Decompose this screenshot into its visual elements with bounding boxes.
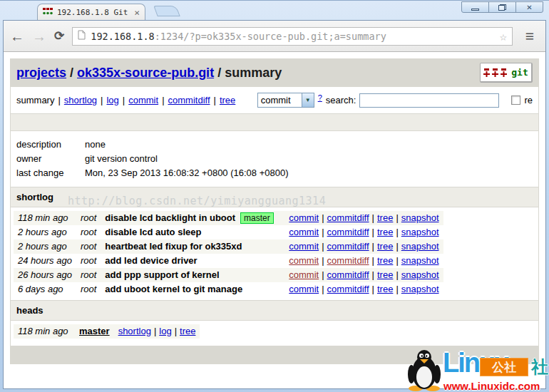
menu-icon[interactable]: ≡ [520,29,539,43]
commit-author: root [76,254,101,268]
table-row: 2 hours ago root disable lcd auto sleep … [14,225,443,239]
url-host: 192.168.1.8 [91,31,154,42]
heads-table: 118 min ago master shortlog|log|tree [14,324,200,339]
commitdiff-link[interactable]: commitdiff [327,269,369,280]
commit-link[interactable]: commit [289,241,319,252]
head-log-link[interactable]: log [159,326,171,336]
breadcrumb-projects-link[interactable]: projects [16,66,66,80]
commit-link[interactable]: commit [289,212,319,223]
git-logo-text: git [511,67,528,78]
commitdiff-link[interactable]: commitdiff [327,212,369,223]
commit-link[interactable]: commit [289,227,319,237]
forward-icon[interactable]: → [32,29,46,43]
commit-age: 2 hours ago [14,239,76,254]
page-icon [78,30,86,42]
head-branch-link[interactable]: master [79,326,110,336]
maximize-button[interactable] [488,1,516,13]
snapshot-link[interactable]: snapshot [401,227,439,237]
commitdiff-link[interactable]: commitdiff [327,227,369,237]
info-label: last change [16,166,85,180]
table-row: 2 hours ago root heartbeat led fixup for… [14,239,443,254]
project-info: descriptionnone ownergit version control… [11,131,538,187]
close-button[interactable]: ✕ [515,1,543,13]
nav-item-commitdiff[interactable]: commitdiff [168,95,210,105]
nav-item-log[interactable]: log [106,95,118,105]
titlebar[interactable]: 192.168.1.8 Git - ok335 × ✕ [0,0,549,20]
branch-tag[interactable]: master [240,212,274,224]
info-value: none [85,138,106,152]
snapshot-link[interactable]: snapshot [401,212,439,223]
commitdiff-link[interactable]: commitdiff [327,255,369,266]
info-label: description [16,138,85,152]
snapshot-link[interactable]: snapshot [401,269,439,280]
breadcrumb-current-page: summary [225,66,282,80]
head-shortlog-link[interactable]: shortlog [118,326,151,336]
commit-subject-link[interactable]: disable lcd backlight in uboot [105,212,235,223]
git-logo-button[interactable]: git [480,63,533,83]
commit-subject-link[interactable]: heartbeat led fixup for ok335xd [105,241,242,252]
browser-window: 192.168.1.8 Git - ok335 × ✕ ← → ⟳ 192.16… [0,0,549,392]
commit-link[interactable]: commit [289,255,319,266]
commit-link[interactable]: commit [289,284,319,294]
commit-subject-link[interactable]: add uboot kernel to git manage [105,284,242,294]
git-logo-tracks-icon [483,68,508,78]
commit-age: 2 hours ago [14,225,76,239]
tux-penguin-icon [406,349,443,391]
commit-link[interactable]: commit [289,269,319,280]
gitweb-page: projects / ok335x-source-pub.git / summa… [10,58,539,364]
tree-link[interactable]: tree [377,241,393,252]
breadcrumb-separator: / [70,66,73,80]
linuxidc-badge: 公社 [480,358,528,376]
commit-author: root [76,211,101,225]
snapshot-link[interactable]: snapshot [401,241,439,252]
tree-link[interactable]: tree [377,255,393,266]
commitdiff-link[interactable]: commitdiff [327,241,369,252]
commit-age: 24 hours ago [14,254,76,268]
snapshot-link[interactable]: snapshot [401,255,439,266]
search-help-link[interactable]: ? [318,93,322,102]
linuxidc-watermark: Linux 公社 社 www.Linuxidc.com [406,347,548,391]
url-text: 192.168.1.8:1234/?p=ok335x-source-pub.gi… [91,31,386,42]
tree-link[interactable]: tree [377,284,393,294]
url-path: :1234/?p=ok335x-source-pub.git;a=summary [155,31,386,42]
browser-tab[interactable]: 192.168.1.8 Git - ok335 × [37,4,145,20]
commit-subject-link[interactable]: disable lcd auto sleep [105,227,201,237]
nav-item-tree[interactable]: tree [220,95,235,105]
snapshot-link[interactable]: snapshot [401,284,439,294]
new-tab-button[interactable] [153,6,180,16]
branch-tag-link[interactable]: master [244,213,270,223]
tree-link[interactable]: tree [377,212,393,223]
heads-section-title[interactable]: heads [11,300,538,321]
tab-title: 192.168.1.8 Git - ok335 [57,8,130,17]
commitdiff-link[interactable]: commitdiff [327,284,369,294]
tree-link[interactable]: tree [377,227,393,237]
table-row: 118 min ago root disable lcd backlight i… [14,211,443,225]
search-form: commit ▼ ? search: re [257,93,533,108]
minimize-button[interactable] [461,1,489,13]
table-row: 26 hours ago root add ppp support of ker… [14,268,443,282]
breadcrumb-repo-link[interactable]: ok335x-source-pub.git [77,66,214,80]
bookmark-star-icon[interactable]: ☆ [500,29,507,43]
commit-subject-link[interactable]: add led device driver [105,255,197,266]
back-icon[interactable]: ← [10,29,24,43]
breadcrumb-separator: / [217,66,221,80]
reload-icon[interactable]: ⟳ [54,30,64,42]
tree-link[interactable]: tree [377,269,393,280]
table-row: 6 days ago root add uboot kernel to git … [14,282,443,296]
regexp-checkbox[interactable] [511,96,520,105]
tab-close-icon[interactable]: × [134,8,140,17]
nav-item-shortlog[interactable]: shortlog [64,95,97,105]
page-nav: summary | shortlog | log | commit | comm… [11,87,538,113]
nav-item-commit[interactable]: commit [128,95,158,105]
address-bar[interactable]: 192.168.1.8:1234/?p=ok335x-source-pub.gi… [72,27,513,46]
commit-author: root [76,225,101,239]
shortlog-section-title[interactable]: shortlog [11,187,538,207]
search-input[interactable] [359,93,499,108]
search-type-value: commit [258,93,302,107]
page-viewport: projects / ok335x-source-pub.git / summa… [4,52,545,388]
info-value: Mon, 23 Sep 2013 16:08:32 +0800 (16:08 +… [85,166,289,180]
commit-subject-link[interactable]: add ppp support of kernel [105,269,219,280]
gitweb-favicon-icon [43,7,53,18]
head-tree-link[interactable]: tree [180,326,195,336]
search-type-select[interactable]: commit ▼ [257,93,314,108]
